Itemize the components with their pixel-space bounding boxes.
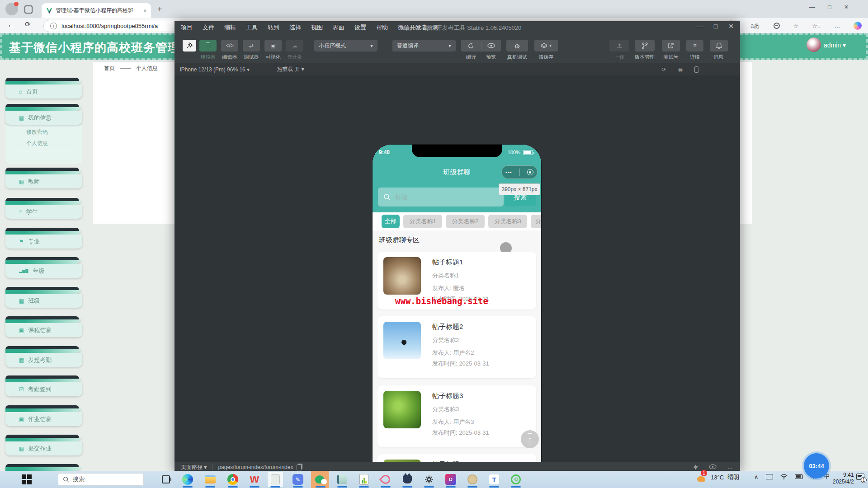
phone-frame-icon[interactable]	[694, 66, 698, 73]
menu-project[interactable]: 项目	[181, 23, 193, 32]
device-selector[interactable]: iPhone 12/13 (Pro) 96% 16 ▾	[180, 66, 250, 73]
cat-app-icon[interactable]	[401, 473, 414, 486]
zoom-out-icon[interactable]	[774, 23, 780, 29]
edge-icon[interactable]	[181, 473, 194, 486]
admin-avatar[interactable]	[807, 38, 821, 52]
page-path-selector[interactable]: 页面路径 ▾	[181, 464, 207, 471]
docs-t-icon[interactable]: T	[487, 473, 501, 486]
sidebar-item-teachers[interactable]: ▦教师	[5, 168, 82, 188]
mode-select[interactable]: 小程序模式 ▾	[314, 40, 377, 52]
menu-file[interactable]: 文件	[203, 23, 214, 32]
record-icon[interactable]: ◉	[678, 66, 683, 73]
breadcrumb-home[interactable]: 首页	[104, 65, 115, 71]
chip-category-1[interactable]: 分类名称1	[403, 215, 442, 228]
devtools-close-button[interactable]: ✕	[728, 23, 734, 30]
menu-ui[interactable]: 界面	[333, 23, 344, 32]
post-card[interactable]: 帖子标题3 分类名称3 发布人: 用户名3 发布时间: 2025-03-31	[377, 385, 536, 447]
post-card[interactable]: 帖子标题2 分类名称2 发布人: 用户名2 发布时间: 2025-03-31	[377, 316, 536, 378]
sidebar-item-attendance-start[interactable]: ▦发起考勤	[5, 346, 82, 367]
browser-minimize-button[interactable]: —	[809, 4, 815, 10]
sidebar-item-students[interactable]: ≡学生	[5, 198, 82, 219]
recording-timer-bubble[interactable]: 03:44	[804, 453, 829, 479]
chip-category-2[interactable]: 分类名称2	[446, 215, 485, 228]
weather-icon[interactable]: 1	[697, 473, 707, 482]
version-button[interactable]	[635, 40, 655, 52]
wps-icon[interactable]: W	[248, 473, 261, 486]
preview-eye-icon[interactable]	[481, 43, 501, 48]
cast-screen-icon[interactable]	[766, 474, 773, 479]
gray-doc-icon[interactable]	[269, 473, 282, 486]
settings-gear-icon[interactable]	[422, 473, 436, 486]
search-input[interactable]: 标题	[378, 188, 504, 206]
menu-select[interactable]: 选择	[289, 23, 301, 32]
taskbar-search[interactable]: 搜索	[58, 473, 144, 486]
devtools-minimize-button[interactable]: —	[697, 23, 703, 30]
clear-cache-button[interactable]: ▾	[534, 40, 558, 52]
clock[interactable]: 9:41 2025/4/2	[833, 472, 854, 485]
favorite-star-icon[interactable]: ☆	[793, 23, 799, 29]
hot-reload-toggle[interactable]: 热重载 开 ▾	[277, 66, 304, 73]
chip-category-4-partial[interactable]: 分	[531, 215, 541, 228]
sidebar-item-my-info[interactable]: ▤我的信息	[5, 104, 82, 125]
back-icon[interactable]: ←	[7, 20, 15, 29]
translate-icon[interactable]: aあ	[750, 22, 760, 30]
devtools-maximize-button[interactable]: □	[714, 23, 717, 30]
eye-icon[interactable]	[709, 464, 717, 469]
file-explorer-icon[interactable]	[203, 473, 217, 486]
cloud-dev-button[interactable]: ☁	[286, 40, 303, 52]
chip-all[interactable]: 全部	[382, 215, 400, 228]
browser-maximize-button[interactable]: □	[828, 4, 831, 10]
sync-icon[interactable]: ⟲	[509, 473, 523, 486]
tray-weather-text[interactable]: 晴朗	[727, 473, 739, 481]
sidebar-subitem-password[interactable]: 修改密码	[5, 125, 82, 136]
copy-icon[interactable]	[297, 465, 302, 470]
sidebar-item-home[interactable]: ⌂首页	[5, 78, 82, 99]
wechat-devtools-icon[interactable]	[313, 473, 326, 486]
capsule-close-icon[interactable]	[527, 169, 533, 175]
menu-goto[interactable]: 转到	[268, 23, 279, 32]
site-info-icon[interactable]: i	[50, 23, 57, 29]
device-debug-button[interactable]	[506, 40, 528, 52]
sidebar-item-major[interactable]: ⚑专业	[5, 228, 82, 249]
menu-edit[interactable]: 编辑	[224, 23, 236, 32]
sidebar-item-submit-homework[interactable]: ▦提交作业	[5, 435, 82, 455]
new-tab-button[interactable]: +	[157, 5, 162, 14]
tray-chevron-up-icon[interactable]: ∧	[754, 474, 759, 480]
debugger-button[interactable]: ⇄	[243, 40, 260, 52]
intellij-icon[interactable]: IJ	[444, 473, 458, 486]
upload-button[interactable]	[609, 40, 629, 52]
chart-editor-icon[interactable]	[357, 473, 371, 486]
battery-tray-icon[interactable]	[795, 474, 803, 479]
sidebar-item-grade[interactable]: ▂▅▇年级	[5, 257, 82, 278]
vertical-tabs-icon[interactable]	[24, 5, 33, 14]
more-icon[interactable]: …	[727, 464, 733, 470]
task-view-icon[interactable]	[159, 473, 173, 486]
menu-view[interactable]: 视图	[311, 23, 323, 32]
refresh-icon[interactable]: ⟳	[25, 20, 31, 28]
start-button[interactable]	[20, 473, 33, 486]
rotate-icon[interactable]: ⟳	[661, 66, 666, 73]
copilot-icon[interactable]	[854, 22, 862, 30]
notebook-icon[interactable]	[335, 473, 349, 486]
browser-close-button[interactable]: ✕	[844, 4, 849, 10]
details-button[interactable]: ≡	[686, 40, 703, 52]
compile-select[interactable]: 普通编译 ▾	[392, 40, 456, 52]
compile-refresh-icon[interactable]	[461, 42, 481, 49]
collections-icon[interactable]: ☆≡	[812, 23, 821, 29]
chrome-icon[interactable]	[226, 473, 240, 486]
visualizer-button[interactable]: ▣	[264, 40, 282, 52]
menu-help[interactable]: 帮助	[376, 23, 388, 32]
sidebar-item-homework[interactable]: ▣作业信息	[5, 405, 82, 426]
notification-center-icon[interactable]: 1	[856, 474, 864, 481]
chip-category-3[interactable]: 分类名称3	[488, 215, 527, 228]
back-to-top-button[interactable]: ↑	[521, 430, 539, 448]
simulator-toggle-button[interactable]	[199, 40, 217, 52]
editor-button[interactable]: </>	[221, 40, 238, 52]
menu-settings[interactable]: 设置	[354, 23, 366, 32]
browser-profile-avatar[interactable]	[5, 3, 18, 15]
lightning-icon[interactable]	[693, 464, 698, 470]
sidebar-item-class[interactable]: ▦班级	[5, 287, 82, 308]
test-account-button[interactable]	[662, 40, 680, 52]
browser-tab-active[interactable]: 管理端-基于微信小程序的高校班 ×	[42, 3, 151, 18]
menu-tools[interactable]: 工具	[246, 23, 258, 32]
